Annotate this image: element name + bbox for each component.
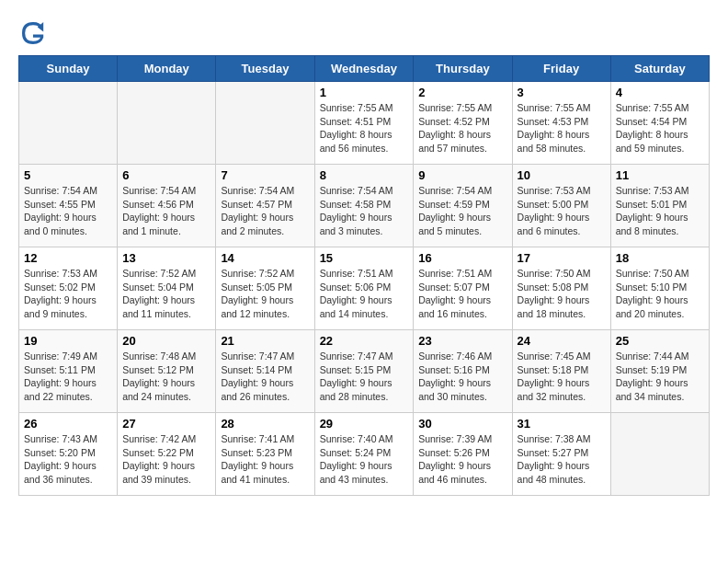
day-info: Sunrise: 7:55 AM Sunset: 4:52 PM Dayligh… <box>418 101 506 155</box>
page-header <box>18 18 710 48</box>
day-header-sunday: Sunday <box>19 56 118 82</box>
calendar-cell: 8Sunrise: 7:54 AM Sunset: 4:58 PM Daylig… <box>314 165 414 247</box>
day-info: Sunrise: 7:52 AM Sunset: 5:04 PM Dayligh… <box>122 267 210 321</box>
calendar-cell: 5Sunrise: 7:54 AM Sunset: 4:55 PM Daylig… <box>19 165 118 247</box>
calendar-cell: 22Sunrise: 7:47 AM Sunset: 5:15 PM Dayli… <box>314 330 414 413</box>
day-number: 14 <box>221 251 309 265</box>
day-info: Sunrise: 7:47 AM Sunset: 5:14 PM Dayligh… <box>221 350 309 404</box>
day-number: 10 <box>518 168 606 182</box>
day-info: Sunrise: 7:38 AM Sunset: 5:27 PM Dayligh… <box>518 432 606 487</box>
day-number: 19 <box>24 334 112 348</box>
day-number: 3 <box>518 86 606 99</box>
day-info: Sunrise: 7:55 AM Sunset: 4:53 PM Dayligh… <box>518 101 606 155</box>
calendar-cell: 28Sunrise: 7:41 AM Sunset: 5:23 PM Dayli… <box>216 413 314 496</box>
calendar-cell: 14Sunrise: 7:52 AM Sunset: 5:05 PM Dayli… <box>216 247 314 330</box>
day-number: 23 <box>418 334 506 348</box>
calendar-cell: 27Sunrise: 7:42 AM Sunset: 5:22 PM Dayli… <box>118 413 216 496</box>
day-info: Sunrise: 7:43 AM Sunset: 5:20 PM Dayligh… <box>24 432 112 487</box>
day-number: 11 <box>616 168 704 182</box>
day-info: Sunrise: 7:45 AM Sunset: 5:18 PM Dayligh… <box>518 350 606 404</box>
day-info: Sunrise: 7:54 AM Sunset: 4:58 PM Dayligh… <box>320 184 409 238</box>
day-info: Sunrise: 7:47 AM Sunset: 5:15 PM Dayligh… <box>320 350 409 404</box>
calendar-cell: 19Sunrise: 7:49 AM Sunset: 5:11 PM Dayli… <box>19 330 118 413</box>
day-number: 27 <box>122 417 210 431</box>
calendar-cell: 13Sunrise: 7:52 AM Sunset: 5:04 PM Dayli… <box>118 247 216 330</box>
day-info: Sunrise: 7:40 AM Sunset: 5:24 PM Dayligh… <box>320 432 409 487</box>
day-info: Sunrise: 7:51 AM Sunset: 5:07 PM Dayligh… <box>418 267 506 321</box>
day-info: Sunrise: 7:53 AM Sunset: 5:02 PM Dayligh… <box>24 267 112 321</box>
day-info: Sunrise: 7:41 AM Sunset: 5:23 PM Dayligh… <box>221 432 309 487</box>
calendar-cell <box>19 82 118 165</box>
day-number: 2 <box>418 86 506 99</box>
day-header-monday: Monday <box>118 56 216 82</box>
calendar-cell: 7Sunrise: 7:54 AM Sunset: 4:57 PM Daylig… <box>216 165 314 247</box>
calendar-cell <box>610 413 709 496</box>
day-number: 20 <box>122 334 210 348</box>
day-number: 5 <box>24 168 112 182</box>
day-info: Sunrise: 7:53 AM Sunset: 5:00 PM Dayligh… <box>518 184 606 238</box>
calendar-cell: 3Sunrise: 7:55 AM Sunset: 4:53 PM Daylig… <box>512 82 610 165</box>
week-row-2: 5Sunrise: 7:54 AM Sunset: 4:55 PM Daylig… <box>19 165 710 247</box>
day-number: 7 <box>221 168 309 182</box>
day-header-tuesday: Tuesday <box>216 56 314 82</box>
day-info: Sunrise: 7:44 AM Sunset: 5:19 PM Dayligh… <box>616 350 704 404</box>
day-number: 1 <box>320 86 409 99</box>
day-info: Sunrise: 7:42 AM Sunset: 5:22 PM Dayligh… <box>122 432 210 487</box>
calendar-cell: 30Sunrise: 7:39 AM Sunset: 5:26 PM Dayli… <box>414 413 512 496</box>
week-row-4: 19Sunrise: 7:49 AM Sunset: 5:11 PM Dayli… <box>19 330 710 413</box>
calendar-cell: 10Sunrise: 7:53 AM Sunset: 5:00 PM Dayli… <box>512 165 610 247</box>
day-number: 30 <box>418 417 506 431</box>
calendar-cell: 24Sunrise: 7:45 AM Sunset: 5:18 PM Dayli… <box>512 330 610 413</box>
day-number: 16 <box>418 251 506 265</box>
day-headers-row: SundayMondayTuesdayWednesdayThursdayFrid… <box>19 56 710 82</box>
calendar-cell: 2Sunrise: 7:55 AM Sunset: 4:52 PM Daylig… <box>414 82 512 165</box>
calendar-table: SundayMondayTuesdayWednesdayThursdayFrid… <box>18 55 710 496</box>
day-number: 6 <box>122 168 210 182</box>
calendar-cell: 23Sunrise: 7:46 AM Sunset: 5:16 PM Dayli… <box>414 330 512 413</box>
calendar-cell: 26Sunrise: 7:43 AM Sunset: 5:20 PM Dayli… <box>19 413 118 496</box>
day-number: 13 <box>122 251 210 265</box>
day-number: 31 <box>518 417 606 431</box>
day-info: Sunrise: 7:52 AM Sunset: 5:05 PM Dayligh… <box>221 267 309 321</box>
day-number: 12 <box>24 251 112 265</box>
day-info: Sunrise: 7:54 AM Sunset: 4:59 PM Dayligh… <box>418 184 506 238</box>
day-info: Sunrise: 7:55 AM Sunset: 4:51 PM Dayligh… <box>320 101 409 155</box>
week-row-5: 26Sunrise: 7:43 AM Sunset: 5:20 PM Dayli… <box>19 413 710 496</box>
day-info: Sunrise: 7:53 AM Sunset: 5:01 PM Dayligh… <box>616 184 704 238</box>
calendar-cell <box>118 82 216 165</box>
calendar-cell: 29Sunrise: 7:40 AM Sunset: 5:24 PM Dayli… <box>314 413 414 496</box>
day-number: 25 <box>616 334 704 348</box>
day-header-thursday: Thursday <box>414 56 512 82</box>
day-number: 29 <box>320 417 409 431</box>
day-header-friday: Friday <box>512 56 610 82</box>
day-info: Sunrise: 7:49 AM Sunset: 5:11 PM Dayligh… <box>24 350 112 404</box>
day-number: 4 <box>616 86 704 99</box>
day-info: Sunrise: 7:50 AM Sunset: 5:08 PM Dayligh… <box>518 267 606 321</box>
day-number: 28 <box>221 417 309 431</box>
day-info: Sunrise: 7:46 AM Sunset: 5:16 PM Dayligh… <box>418 350 506 404</box>
logo-icon <box>18 18 48 48</box>
calendar-cell: 12Sunrise: 7:53 AM Sunset: 5:02 PM Dayli… <box>19 247 118 330</box>
calendar-cell: 21Sunrise: 7:47 AM Sunset: 5:14 PM Dayli… <box>216 330 314 413</box>
day-info: Sunrise: 7:48 AM Sunset: 5:12 PM Dayligh… <box>122 350 210 404</box>
calendar-cell: 1Sunrise: 7:55 AM Sunset: 4:51 PM Daylig… <box>314 82 414 165</box>
day-info: Sunrise: 7:54 AM Sunset: 4:55 PM Dayligh… <box>24 184 112 238</box>
day-info: Sunrise: 7:50 AM Sunset: 5:10 PM Dayligh… <box>616 267 704 321</box>
calendar-cell: 18Sunrise: 7:50 AM Sunset: 5:10 PM Dayli… <box>610 247 709 330</box>
calendar-cell: 15Sunrise: 7:51 AM Sunset: 5:06 PM Dayli… <box>314 247 414 330</box>
week-row-3: 12Sunrise: 7:53 AM Sunset: 5:02 PM Dayli… <box>19 247 710 330</box>
calendar-cell: 31Sunrise: 7:38 AM Sunset: 5:27 PM Dayli… <box>512 413 610 496</box>
calendar-cell: 4Sunrise: 7:55 AM Sunset: 4:54 PM Daylig… <box>610 82 709 165</box>
day-header-wednesday: Wednesday <box>314 56 414 82</box>
day-header-saturday: Saturday <box>610 56 709 82</box>
calendar-cell: 16Sunrise: 7:51 AM Sunset: 5:07 PM Dayli… <box>414 247 512 330</box>
day-number: 22 <box>320 334 409 348</box>
calendar-cell: 25Sunrise: 7:44 AM Sunset: 5:19 PM Dayli… <box>610 330 709 413</box>
day-info: Sunrise: 7:54 AM Sunset: 4:56 PM Dayligh… <box>122 184 210 238</box>
day-number: 17 <box>518 251 606 265</box>
logo <box>18 18 51 48</box>
day-number: 21 <box>221 334 309 348</box>
day-number: 24 <box>518 334 606 348</box>
calendar-cell: 20Sunrise: 7:48 AM Sunset: 5:12 PM Dayli… <box>118 330 216 413</box>
calendar-cell: 9Sunrise: 7:54 AM Sunset: 4:59 PM Daylig… <box>414 165 512 247</box>
